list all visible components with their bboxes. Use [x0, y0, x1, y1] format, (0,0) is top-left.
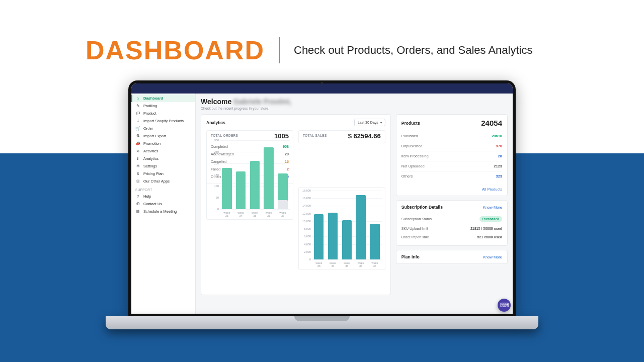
nav-icon: ✆	[135, 202, 140, 206]
username-blurred: Gabriele Frostini,	[233, 98, 291, 106]
subscription-title: Subscription Details	[401, 205, 443, 210]
sidebar-item-our-other-apps[interactable]: ⊞Our Other Apps	[131, 177, 195, 185]
sidebar: ⌂Dashboard✎Profiling🏷Product⤓Import Shop…	[131, 94, 196, 314]
sidebar-item-label: Import Shopify Products	[143, 119, 184, 123]
nav-icon: ⫾	[135, 157, 140, 161]
sidebar-item-label: Our Other Apps	[143, 179, 170, 184]
sidebar-item-label: Promotion	[143, 141, 160, 146]
sidebar-item-label: Schedule a Meeting	[143, 209, 177, 214]
nav-icon: ?	[135, 195, 140, 199]
chat-fab[interactable]: ⌨	[498, 299, 511, 312]
products-total: 24054	[481, 119, 502, 127]
nav-icon: ⌂	[135, 97, 140, 101]
divider	[279, 37, 280, 63]
subscription-row: Subscription StatusPurchased	[401, 214, 502, 224]
sidebar-item-label: Help	[143, 194, 151, 199]
plan-know-more-link[interactable]: Know More	[483, 255, 502, 259]
product-status-row: Not Uploaded2123	[401, 161, 502, 171]
sidebar-item-pricing-plan[interactable]: $Pricing Plan	[131, 170, 195, 177]
app-topbar	[131, 83, 513, 94]
sidebar-item-label: Pricing Plan	[143, 171, 164, 176]
sidebar-item-contact-us[interactable]: ✆Contact Us	[131, 200, 195, 208]
products-title: Products	[401, 121, 420, 126]
know-more-link[interactable]: Know More	[483, 205, 502, 210]
sidebar-item-label: Import Export	[143, 134, 166, 138]
analytics-card: Analytics Last 30 Days▾ TOTAL ORDERS	[201, 114, 391, 295]
nav-icon: ⊞	[135, 179, 140, 184]
nav-icon: ▦	[135, 210, 140, 214]
page-subtitle: Check out the recent progress in your st…	[201, 107, 508, 110]
sidebar-item-label: Profiling	[143, 104, 157, 108]
nav-icon: $	[135, 172, 140, 176]
hero-subtitle: Check out Products, Orders, and Sales An…	[294, 44, 532, 57]
sidebar-item-label: Contact Us	[143, 202, 162, 206]
nav-icon: ✼	[135, 164, 140, 168]
products-card: Products 24054 Published20610Unpublished…	[396, 114, 508, 196]
sidebar-item-analytics[interactable]: ⫾Analytics	[131, 155, 195, 162]
sidebar-item-settings[interactable]: ✼Settings	[131, 162, 195, 170]
subscription-row: Order Import limit521 /5000 used	[401, 233, 502, 241]
sidebar-item-promotion[interactable]: 📣Promotion	[131, 140, 195, 147]
sidebar-item-label: Dashboard	[143, 96, 163, 101]
subscription-card: Subscription Details Know More Subscript…	[396, 200, 508, 246]
nav-icon: 🛒	[135, 127, 140, 131]
marketing-hero: DASHBOARD Check out Products, Orders, an…	[86, 35, 604, 65]
sidebar-item-label: Product	[143, 111, 156, 116]
sidebar-item-activities[interactable]: ≋Activities	[131, 147, 195, 155]
plan-title: Plan Info	[401, 254, 420, 259]
nav-icon: ✎	[135, 104, 140, 108]
chat-icon: ⌨	[500, 302, 509, 309]
sidebar-item-label: Order	[143, 126, 153, 131]
sidebar-item-label: Settings	[143, 164, 157, 168]
product-status-row: Published20610	[401, 131, 502, 141]
analytics-title: Analytics	[206, 120, 225, 125]
date-range-dropdown[interactable]: Last 30 Days▾	[354, 119, 385, 126]
laptop-mock: ⌂Dashboard✎Profiling🏷Product⤓Import Shop…	[128, 80, 516, 357]
sales-chart: 18,00016,00014,00012,00010,0008,0006,000…	[298, 187, 385, 270]
nav-icon: 📣	[135, 142, 140, 146]
nav-icon: ⤓	[135, 119, 140, 123]
sidebar-item-help[interactable]: ?Help	[131, 193, 195, 200]
sidebar-group-support: SUPPORT	[131, 185, 195, 193]
orders-chart: 300250200150100500week 33week 34week 35w…	[206, 137, 293, 220]
total-sales-metric: TOTAL SALES $ 62594.66	[298, 130, 385, 143]
nav-icon: ≋	[135, 149, 140, 153]
page-title: Welcome Gabriele Frostini,	[201, 98, 508, 106]
sidebar-item-schedule-a-meeting[interactable]: ▦Schedule a Meeting	[131, 208, 195, 215]
chevron-down-icon: ▾	[380, 121, 382, 124]
nav-icon: 🏷	[135, 112, 140, 116]
main-content: Welcome Gabriele Frostini, Check out the…	[196, 94, 513, 314]
all-products-link[interactable]: All Products	[396, 185, 507, 196]
nav-icon: ⇅	[135, 134, 140, 138]
product-status-row: Others323	[401, 171, 502, 181]
sidebar-item-import-shopify-products[interactable]: ⤓Import Shopify Products	[131, 117, 195, 125]
hero-title: DASHBOARD	[86, 35, 265, 65]
status-badge: Purchased	[479, 216, 502, 222]
sidebar-item-order[interactable]: 🛒Order	[131, 125, 195, 132]
plan-info-card: Plan Info Know More	[396, 250, 508, 264]
sidebar-item-dashboard[interactable]: ⌂Dashboard	[131, 95, 195, 102]
sidebar-item-profiling[interactable]: ✎Profiling	[131, 102, 195, 110]
sidebar-item-import-export[interactable]: ⇅Import Export	[131, 132, 195, 140]
sidebar-item-label: Analytics	[143, 156, 158, 161]
sidebar-item-product[interactable]: 🏷Product	[131, 110, 195, 117]
subscription-row: SKU Upload limit21815 / 50000 used	[401, 224, 502, 233]
product-status-row: Unpublished970	[401, 141, 502, 151]
sidebar-item-label: Activities	[143, 149, 158, 153]
product-status-row: Item Processing28	[401, 151, 502, 161]
